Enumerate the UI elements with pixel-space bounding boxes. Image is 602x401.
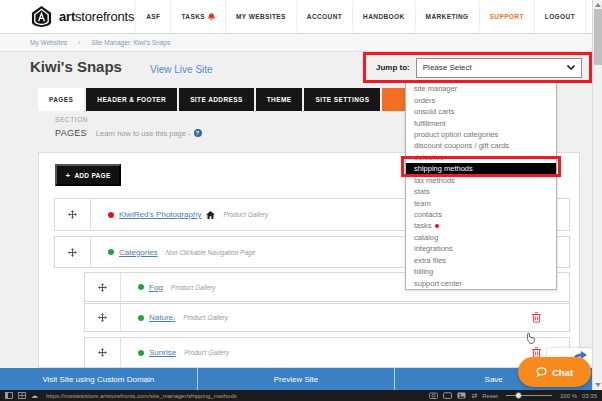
move-icon (98, 313, 107, 322)
brand-text: artstorefronts (59, 9, 134, 24)
vertical-scrollbar[interactable] (592, 0, 602, 390)
nav-marketing[interactable]: MARKETING (415, 0, 479, 33)
dropdown-item-catalog[interactable]: catalog (406, 232, 556, 243)
nav-tasks[interactable]: TASKS (170, 0, 225, 33)
page-link[interactable]: Fog (149, 283, 163, 292)
window-grid-icon[interactable] (18, 392, 26, 399)
dropdown-item-shipping-methods[interactable]: shipping methods (406, 163, 556, 174)
preview-site-button[interactable]: Preview Site (197, 368, 395, 390)
swap-arrows-icon[interactable]: ⇄ (471, 392, 477, 399)
section-help-text: Learn how to use this page - ? (96, 129, 202, 138)
page-link[interactable]: Sunrise (149, 348, 176, 357)
dropdown-item-support-center[interactable]: support center (406, 277, 556, 288)
dropdown-item-integrations[interactable]: integrations (406, 243, 556, 254)
tab-theme[interactable]: THEME (256, 88, 303, 111)
dropdown-item-stats[interactable]: stats (406, 186, 556, 197)
scrollbar-thumb[interactable] (594, 9, 602, 65)
dropdown-item-fulfillment[interactable]: fulfillment (406, 117, 556, 128)
page-link[interactable]: Nature. (149, 313, 175, 322)
top-nav-items: ASF TASKS MY WEBSITES ACCOUNT HANDBOOK M… (135, 0, 586, 33)
page-type-label: Product Gallery (184, 349, 229, 356)
section-title: PAGES (55, 128, 87, 138)
dropdown-item-extra-files[interactable]: extra files (406, 255, 556, 266)
page-title: Kiwi's Snaps (30, 58, 122, 75)
status-dot-green (108, 249, 114, 255)
drag-handle[interactable] (85, 338, 121, 367)
scroll-down-arrow-icon[interactable] (595, 383, 601, 387)
zoom-slider[interactable] (506, 392, 552, 399)
dropdown-item-team[interactable]: team (406, 197, 556, 208)
tab-header-footer[interactable]: HEADER & FOOTER (86, 88, 177, 111)
camera-icon[interactable] (429, 392, 438, 399)
visit-site-custom-domain-button[interactable]: Visit Site using Custom Domain (0, 368, 197, 390)
move-icon (68, 210, 77, 219)
dropdown-item-orders[interactable]: orders (406, 94, 556, 105)
dropdown-item-tax-methods[interactable]: tax methods (406, 175, 556, 186)
jump-to-select[interactable]: Please Select (416, 58, 582, 78)
cursor-hand-icon (526, 330, 536, 348)
reset-label[interactable]: Reset (482, 393, 498, 399)
image-icon[interactable] (457, 392, 466, 399)
status-dot-green (138, 350, 144, 356)
zoom-slider-knob[interactable] (515, 392, 522, 399)
page-row-nature: Nature. Product Gallery (84, 303, 570, 332)
status-bar: ☁ https://rossteststore.artstorefronts.c… (0, 390, 602, 401)
chat-button[interactable]: Chat (518, 357, 591, 387)
drag-handle[interactable] (55, 199, 91, 230)
dropdown-item-product-option-categories[interactable]: product option categories (406, 129, 556, 140)
dropdown-item-discount-coupons[interactable]: discount coupons / gift cards (406, 140, 556, 151)
dropdown-item-billing[interactable]: billing (406, 266, 556, 277)
display-icon[interactable] (443, 392, 452, 399)
view-live-site-link[interactable]: View Live Site (150, 64, 213, 75)
add-page-button[interactable]: + ADD PAGE (55, 164, 121, 186)
plus-icon: + (65, 171, 70, 180)
status-dot-green (138, 315, 144, 321)
nav-support[interactable]: SUPPORT (479, 0, 534, 33)
page-link[interactable]: KiwiRed's Photography (119, 210, 201, 219)
scroll-up-arrow-icon[interactable] (595, 3, 601, 7)
session-timer: 03:35 (582, 393, 597, 399)
tab-pages[interactable]: PAGES (38, 88, 84, 111)
drag-handle[interactable] (55, 237, 91, 267)
breadcrumb-current[interactable]: Site Manager: Kiwi's Snaps (91, 39, 170, 46)
dropdown-item-tasks[interactable]: tasks (406, 220, 556, 231)
artstorefronts-logo[interactable]: artstorefronts (30, 6, 134, 27)
drag-handle[interactable] (85, 273, 121, 301)
move-icon (98, 283, 107, 292)
jump-to-annotation-box: Jump to: Please Select (363, 52, 592, 83)
page-type-label: Product Gallery (183, 314, 228, 321)
drag-handle[interactable] (85, 304, 121, 331)
breadcrumb-my-websites[interactable]: My Websites (30, 39, 67, 46)
move-icon (68, 248, 77, 257)
sidebar-toggle-icon[interactable] (5, 392, 13, 399)
nav-handbook[interactable]: HANDBOOK (352, 0, 414, 33)
page-link[interactable]: Categories (119, 248, 158, 257)
cloud-icon[interactable]: ☁ (31, 392, 38, 399)
footer-action-bar: Visit Site using Custom Domain Preview S… (0, 368, 592, 390)
trash-icon (532, 347, 541, 358)
nav-asf[interactable]: ASF (135, 0, 170, 33)
help-icon[interactable]: ? (194, 129, 202, 137)
dropdown-item-site-manager[interactable]: site manager (406, 83, 556, 94)
dropdown-item-unsold-carts[interactable]: unsold carts (406, 106, 556, 117)
nav-my-websites[interactable]: MY WEBSITES (225, 0, 296, 33)
status-dot-green (138, 284, 144, 290)
artstorefronts-logo-icon (30, 6, 53, 27)
section-kicker: SECTION (55, 116, 88, 123)
page-type-label: Non Clickable Navigation Page (166, 249, 256, 256)
home-icon (206, 211, 215, 219)
tab-site-settings[interactable]: SITE SETTINGS (304, 88, 380, 111)
jump-to-label: Jump to: (376, 63, 410, 72)
delete-page-button[interactable] (532, 309, 541, 327)
top-navbar: artstorefronts ASF TASKS MY WEBSITES ACC… (0, 0, 602, 34)
dropdown-item-contacts[interactable]: contacts (406, 209, 556, 220)
nav-logout[interactable]: LOGOUT (534, 0, 586, 33)
page-type-label: Product Gallery (223, 211, 268, 218)
nav-account[interactable]: ACCOUNT (296, 0, 352, 33)
tasks-red-dot (435, 224, 439, 228)
tab-site-address[interactable]: SITE ADDRESS (179, 88, 254, 111)
breadcrumb: My Websites › Site Manager: Kiwi's Snaps (0, 34, 602, 52)
status-dot-red (108, 212, 114, 218)
section-row: PAGES Learn how to use this page - ? (55, 128, 202, 138)
dropdown-item-detective[interactable]: detective (406, 152, 556, 163)
